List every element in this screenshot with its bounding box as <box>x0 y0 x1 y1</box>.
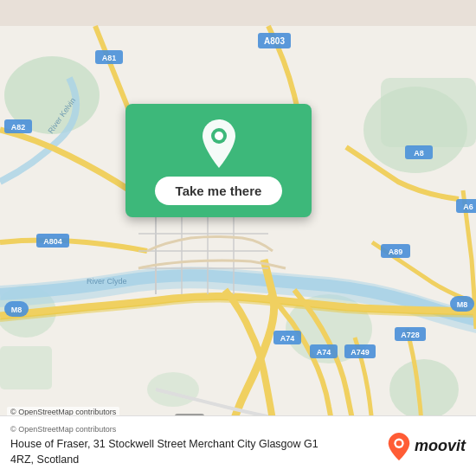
svg-rect-3 <box>381 78 476 147</box>
map-background: A803 A8 A6 A89 A804 A82 A81 M8 M8 M74 <box>0 0 476 476</box>
svg-text:A74: A74 <box>280 334 295 343</box>
svg-text:A749: A749 <box>351 348 370 357</box>
svg-point-8 <box>147 372 199 407</box>
moovit-pin-icon <box>387 433 411 460</box>
map-container: A803 A8 A6 A89 A804 A82 A81 M8 M8 M74 <box>0 0 476 476</box>
address-section: © OpenStreetMap contributors House of Fr… <box>10 425 331 467</box>
svg-text:A728: A728 <box>401 331 420 339</box>
svg-text:A6: A6 <box>463 203 473 211</box>
svg-text:A803: A803 <box>264 36 285 46</box>
svg-point-51 <box>215 132 223 140</box>
bottom-bar: © OpenStreetMap contributors House of Fr… <box>0 415 476 476</box>
svg-point-53 <box>396 440 402 446</box>
address-text: House of Fraser, 31 Stockwell Street Mer… <box>10 437 331 467</box>
svg-rect-7 <box>0 346 52 389</box>
svg-text:A8: A8 <box>414 149 424 158</box>
svg-text:A82: A82 <box>11 123 26 132</box>
svg-text:M8: M8 <box>11 306 23 314</box>
svg-point-5 <box>389 359 459 420</box>
location-card: Take me there <box>125 104 312 217</box>
svg-text:A89: A89 <box>389 248 403 256</box>
location-pin-icon <box>198 119 240 168</box>
take-me-there-button[interactable]: Take me there <box>155 177 283 205</box>
svg-text:River Clyde: River Clyde <box>87 277 127 286</box>
svg-text:A81: A81 <box>102 54 117 62</box>
svg-text:M8: M8 <box>457 300 468 309</box>
svg-text:A74: A74 <box>317 348 331 357</box>
map-attribution-text: © OpenStreetMap contributors <box>10 425 331 434</box>
moovit-logo: moovit <box>387 433 466 460</box>
svg-text:A804: A804 <box>43 237 62 246</box>
moovit-brand-text: moovit <box>415 437 466 455</box>
